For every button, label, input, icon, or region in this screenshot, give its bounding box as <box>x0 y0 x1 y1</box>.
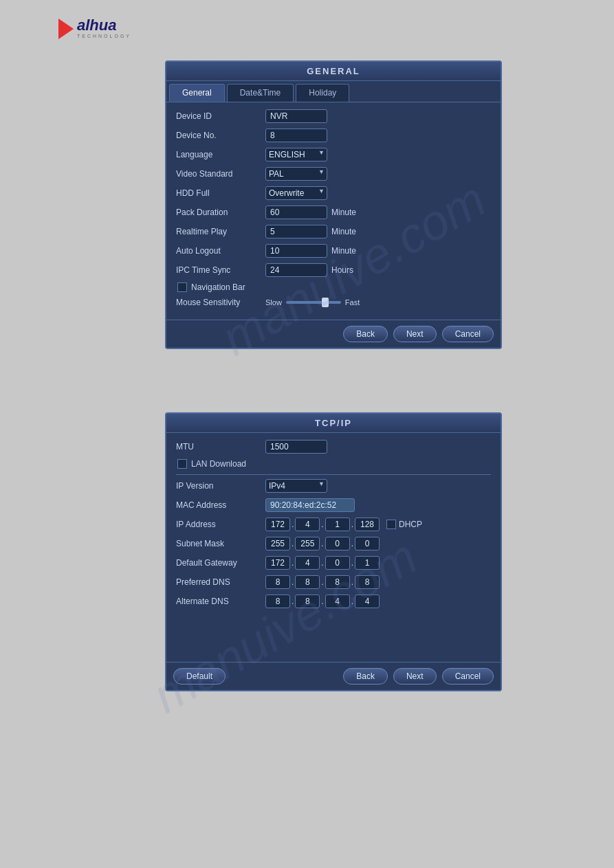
mtu-input[interactable] <box>265 440 327 454</box>
adns-octet4[interactable] <box>355 594 380 608</box>
dhcp-checkbox[interactable] <box>386 520 396 529</box>
lan-download-checkbox[interactable] <box>177 459 187 469</box>
subnet-octet1[interactable] <box>265 537 290 550</box>
ipc-time-sync-unit: Hours <box>331 265 353 275</box>
gateway-octet4[interactable] <box>355 556 380 570</box>
preferred-dns-label: Preferred DNS <box>176 577 265 587</box>
gateway-octet1[interactable] <box>265 556 290 570</box>
general-back-button[interactable]: Back <box>343 326 388 342</box>
pdns-octet4[interactable] <box>355 575 380 589</box>
language-row: Language ENGLISH <box>176 148 491 162</box>
pack-duration-input[interactable] <box>265 205 327 219</box>
device-no-label: Device No. <box>176 131 265 140</box>
adns-octet3[interactable] <box>325 594 350 608</box>
gateway-octet3[interactable] <box>325 556 350 570</box>
hdd-full-select-wrapper: Overwrite Stop <box>265 186 327 200</box>
pdns-octet2[interactable] <box>295 575 320 589</box>
pdns-octet3[interactable] <box>325 575 350 589</box>
general-next-button[interactable]: Next <box>393 326 437 342</box>
ip-octet2[interactable] <box>295 518 320 531</box>
alternate-dns-row: Alternate DNS . . . <box>176 594 491 608</box>
ip-version-label: IP Version <box>176 481 265 491</box>
gateway-octet2[interactable] <box>295 556 320 570</box>
device-no-row: Device No. <box>176 129 491 142</box>
hdd-full-row: HDD Full Overwrite Stop <box>176 186 491 200</box>
mouse-sensitivity-thumb[interactable] <box>322 298 329 307</box>
auto-logout-row: Auto Logout Minute <box>176 244 491 258</box>
adns-octet1[interactable] <box>265 594 290 608</box>
general-button-bar: Back Next Cancel <box>166 320 501 348</box>
lan-download-label: LAN Download <box>191 459 246 469</box>
ip-octet4[interactable] <box>355 518 380 531</box>
hdd-full-label: HDD Full <box>176 188 265 198</box>
general-panel: GENERAL General Date&Time Holiday Device… <box>165 60 502 349</box>
logo-text: alhua <box>77 18 131 33</box>
realtime-play-row: Realtime Play Minute <box>176 225 491 238</box>
tcpip-cancel-button[interactable]: Cancel <box>442 668 494 685</box>
mouse-slow-label: Slow <box>265 298 282 307</box>
general-tabs: General Date&Time Holiday <box>166 81 501 102</box>
pdns-octet1[interactable] <box>265 575 290 589</box>
realtime-play-input[interactable] <box>265 225 327 238</box>
ip-octet3[interactable] <box>325 518 350 531</box>
preferred-dns-row: Preferred DNS . . . <box>176 575 491 589</box>
mouse-sensitivity-label: Mouse Sensitivity <box>176 298 265 307</box>
navigation-bar-checkbox[interactable] <box>177 282 187 292</box>
video-standard-select-wrapper: PAL NTSC <box>265 167 327 181</box>
realtime-play-label: Realtime Play <box>176 227 265 236</box>
mac-address-input[interactable] <box>265 498 355 512</box>
subnet-octet4[interactable] <box>355 537 380 550</box>
tab-general[interactable]: General <box>169 84 225 102</box>
default-gateway-label: Default Gateway <box>176 558 265 568</box>
device-no-input[interactable] <box>265 129 327 142</box>
language-select[interactable]: ENGLISH <box>265 148 327 162</box>
tab-datetime[interactable]: Date&Time <box>227 84 294 102</box>
ip-address-label: IP Address <box>176 520 265 529</box>
subnet-octet3[interactable] <box>325 537 350 550</box>
ip-address-row: IP Address . . . DHCP <box>176 518 491 531</box>
logo-subtext: TECHNOLOGY <box>77 34 131 38</box>
device-id-input[interactable] <box>265 109 327 123</box>
auto-logout-label: Auto Logout <box>176 246 265 256</box>
tab-holiday[interactable]: Holiday <box>296 84 349 102</box>
divider1 <box>176 474 491 475</box>
default-gateway-row: Default Gateway . . . <box>176 556 491 570</box>
default-gateway-group: . . . <box>265 556 380 570</box>
video-standard-label: Video Standard <box>176 169 265 179</box>
logo: alhua TECHNOLOGY <box>58 17 131 39</box>
tcpip-panel-title: TCP/IP <box>166 414 501 433</box>
auto-logout-unit: Minute <box>331 246 356 256</box>
tcpip-default-button[interactable]: Default <box>173 668 226 685</box>
general-cancel-button[interactable]: Cancel <box>442 326 494 342</box>
subnet-octet2[interactable] <box>295 537 320 550</box>
tcpip-next-button[interactable]: Next <box>393 668 437 685</box>
dhcp-row: DHCP <box>386 520 422 529</box>
adns-octet2[interactable] <box>295 594 320 608</box>
hdd-full-select[interactable]: Overwrite Stop <box>265 186 327 200</box>
auto-logout-input[interactable] <box>265 244 327 258</box>
subnet-mask-group: . . . <box>265 537 380 550</box>
mouse-sensitivity-track[interactable] <box>286 301 341 304</box>
pack-duration-label: Pack Duration <box>176 208 265 217</box>
tcpip-panel: TCP/IP MTU LAN Download IP Version IPv4 … <box>165 412 502 691</box>
video-standard-select[interactable]: PAL NTSC <box>265 167 327 181</box>
ip-octet1[interactable] <box>265 518 290 531</box>
tcpip-back-button[interactable]: Back <box>343 668 388 685</box>
device-id-label: Device ID <box>176 111 265 121</box>
subnet-mask-row: Subnet Mask . . . <box>176 537 491 550</box>
mouse-fast-label: Fast <box>345 298 360 307</box>
general-form: Device ID Device No. Language ENGLISH Vi… <box>166 102 501 320</box>
pack-duration-row: Pack Duration Minute <box>176 205 491 219</box>
preferred-dns-group: . . . <box>265 575 380 589</box>
ip-address-group: . . . <box>265 518 380 531</box>
language-label: Language <box>176 150 265 159</box>
navigation-bar-label: Navigation Bar <box>191 282 245 292</box>
mtu-label: MTU <box>176 442 265 452</box>
language-select-wrapper: ENGLISH <box>265 148 327 162</box>
tcpip-form: MTU LAN Download IP Version IPv4 IPv6 MA… <box>166 433 501 662</box>
ip-version-select[interactable]: IPv4 IPv6 <box>265 479 327 493</box>
ipc-time-sync-input[interactable] <box>265 263 327 277</box>
logo-icon <box>58 19 74 39</box>
tcpip-spacer <box>176 614 491 655</box>
video-standard-row: Video Standard PAL NTSC <box>176 167 491 181</box>
